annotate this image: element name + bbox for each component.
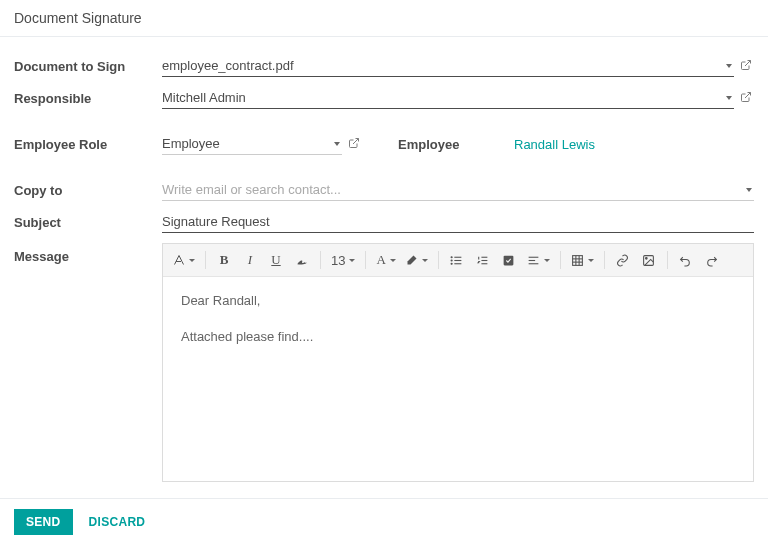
message-line: Attached please find.... <box>181 327 735 347</box>
ordered-list-button[interactable] <box>471 248 495 272</box>
employee-link[interactable]: Randall Lewis <box>514 137 595 152</box>
svg-rect-12 <box>504 255 514 265</box>
discard-button[interactable]: DISCARD <box>89 515 146 529</box>
align-dropdown[interactable] <box>523 248 554 272</box>
image-button[interactable] <box>637 248 661 272</box>
table-dropdown[interactable] <box>567 248 598 272</box>
font-size-value: 13 <box>331 253 345 268</box>
label-document: Document to Sign <box>14 59 162 74</box>
external-link-icon[interactable] <box>348 137 362 151</box>
checklist-button[interactable] <box>497 248 521 272</box>
message-body[interactable]: Dear Randall, Attached please find.... <box>163 277 753 481</box>
row-subject: Subject <box>14 211 754 233</box>
row-employee-role: Employee Role Employee Randall Lewis <box>14 133 754 155</box>
chevron-down-icon <box>544 259 550 262</box>
undo-button[interactable] <box>674 248 698 272</box>
svg-rect-16 <box>572 255 582 265</box>
label-copy-to: Copy to <box>14 183 162 198</box>
highlight-dropdown[interactable] <box>402 248 432 272</box>
modal-footer: SEND DISCARD <box>0 498 768 535</box>
row-responsible: Responsible <box>14 87 754 109</box>
label-subject: Subject <box>14 215 162 230</box>
font-size-dropdown[interactable]: 13 <box>327 248 359 272</box>
toolbar-separator <box>205 251 206 269</box>
toolbar-separator <box>560 251 561 269</box>
font-color-dropdown[interactable]: A <box>372 248 399 272</box>
toolbar-separator <box>365 251 366 269</box>
svg-point-6 <box>451 256 452 257</box>
copy-to-input[interactable] <box>162 179 754 201</box>
underline-button[interactable]: U <box>264 248 288 272</box>
toolbar-separator <box>320 251 321 269</box>
external-link-icon[interactable] <box>740 59 754 73</box>
toolbar-separator <box>438 251 439 269</box>
row-document: Document to Sign <box>14 55 754 77</box>
label-responsible: Responsible <box>14 91 162 106</box>
document-input[interactable] <box>162 55 734 77</box>
style-dropdown[interactable] <box>169 248 199 272</box>
responsible-input[interactable] <box>162 87 734 109</box>
toolbar-separator <box>604 251 605 269</box>
label-employee: Employee <box>398 137 508 152</box>
row-message: Message B I U 13 <box>14 243 754 482</box>
chevron-down-icon <box>390 259 396 262</box>
chevron-down-icon <box>588 259 594 262</box>
modal-title: Document Signature <box>14 10 754 26</box>
send-button[interactable]: SEND <box>14 509 73 535</box>
chevron-down-icon <box>189 259 195 262</box>
svg-point-22 <box>646 257 648 259</box>
chevron-down-icon <box>349 259 355 262</box>
link-button[interactable] <box>611 248 635 272</box>
form-content: Document to Sign Responsible Employee Ro… <box>0 37 768 498</box>
svg-point-8 <box>451 263 452 264</box>
toolbar-separator <box>667 251 668 269</box>
label-message: Message <box>14 243 162 264</box>
svg-point-7 <box>451 259 452 260</box>
subject-input[interactable] <box>162 211 754 233</box>
italic-button[interactable]: I <box>238 248 262 272</box>
clear-format-button[interactable] <box>290 248 314 272</box>
bold-button[interactable]: B <box>212 248 236 272</box>
rich-text-editor: B I U 13 A <box>162 243 754 482</box>
font-letter: A <box>376 252 385 268</box>
row-copy-to: Copy to <box>14 179 754 201</box>
unordered-list-button[interactable] <box>445 248 469 272</box>
modal-header: Document Signature <box>0 0 768 37</box>
svg-line-0 <box>745 61 751 67</box>
external-link-icon[interactable] <box>740 91 754 105</box>
employee-role-input[interactable] <box>162 133 342 155</box>
svg-line-1 <box>745 93 751 99</box>
svg-line-2 <box>353 139 359 145</box>
label-employee-role: Employee Role <box>14 137 162 152</box>
chevron-down-icon <box>422 259 428 262</box>
message-line: Dear Randall, <box>181 291 735 311</box>
redo-button[interactable] <box>700 248 724 272</box>
editor-toolbar: B I U 13 A <box>163 244 753 277</box>
